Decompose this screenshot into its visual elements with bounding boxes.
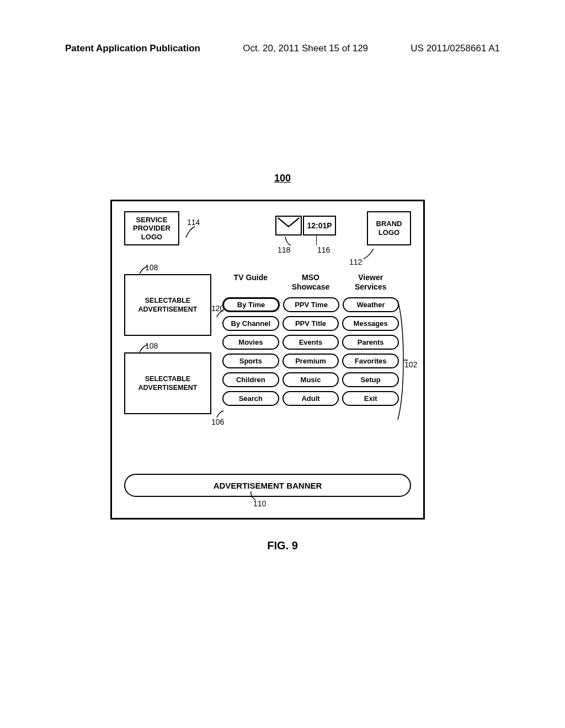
patent-page-header: Patent Application Publication Oct. 20, … — [65, 43, 500, 54]
menu-setup[interactable]: Setup — [342, 372, 399, 387]
lead-114 — [185, 226, 196, 239]
lead-108b — [138, 344, 148, 354]
menu-row: By Channel PPV Title Messages — [222, 316, 399, 331]
ref-102: 102 — [404, 360, 417, 369]
menu-column-headers: TV Guide MSO Showcase Viewer Services — [222, 273, 399, 292]
menu-movies[interactable]: Movies — [222, 335, 279, 350]
menu-row: Children Music Setup — [222, 372, 399, 387]
service-provider-logo-label: SERVICE PROVIDER LOGO — [125, 216, 178, 242]
top-bar: SERVICE PROVIDER LOGO 12:01P BRAND LOGO … — [120, 211, 415, 255]
header-right: US 2011/0258661 A1 — [411, 43, 500, 54]
menu-by-time[interactable]: By Time — [222, 297, 280, 312]
menu-parents[interactable]: Parents — [342, 335, 399, 350]
lead-112 — [363, 248, 375, 260]
menu-search[interactable]: Search — [222, 391, 279, 406]
menu-row: Search Adult Exit — [222, 391, 399, 406]
service-provider-logo: SERVICE PROVIDER LOGO — [124, 211, 179, 245]
advertisement-banner[interactable]: ADVERTISEMENT BANNER — [124, 474, 411, 497]
col-header-mso-showcase: MSO Showcase — [282, 273, 339, 292]
menu-messages[interactable]: Messages — [342, 316, 399, 331]
mail-icon[interactable] — [275, 216, 302, 235]
ref-118: 118 — [278, 245, 290, 254]
ref-112: 112 — [349, 258, 362, 266]
menu-premium[interactable]: Premium — [282, 354, 339, 368]
menu-row: Movies Events Parents — [222, 335, 399, 350]
lead-118 — [283, 235, 292, 247]
lead-108a — [138, 265, 148, 275]
menu-ppv-time[interactable]: PPV Time — [283, 297, 339, 312]
figure-reference-number: 100 — [0, 173, 565, 184]
ad1-label: SELECTABLE ADVERTISEMENT — [125, 296, 210, 314]
menu-exit[interactable]: Exit — [342, 391, 399, 406]
lead-120 — [216, 309, 225, 318]
ads-column: SELECTABLE ADVERTISEMENT SELECTABLE ADVE… — [124, 274, 211, 414]
ad2-label: SELECTABLE ADVERTISEMENT — [125, 374, 210, 393]
lead-116 — [316, 235, 317, 245]
menu-favorites[interactable]: Favorites — [342, 354, 399, 368]
selectable-ad-1[interactable]: SELECTABLE ADVERTISEMENT — [124, 274, 211, 336]
header-mid: Oct. 20, 2011 Sheet 15 of 129 — [243, 43, 368, 54]
clock-value: 12:01P — [307, 221, 332, 230]
tv-guide-screen-frame: SERVICE PROVIDER LOGO 12:01P BRAND LOGO … — [110, 200, 425, 520]
menu-weather[interactable]: Weather — [343, 297, 399, 312]
menu-rows: By Time PPV Time Weather By Channel PPV … — [222, 297, 399, 406]
figure-caption: FIG. 9 — [0, 539, 565, 552]
menu-music[interactable]: Music — [282, 372, 339, 387]
menu-by-channel[interactable]: By Channel — [222, 316, 279, 331]
ad-banner-label: ADVERTISEMENT BANNER — [214, 481, 322, 490]
menu-adult[interactable]: Adult — [282, 391, 339, 406]
ref-116: 116 — [317, 245, 330, 254]
lead-102 — [397, 299, 404, 421]
menu-row: Sports Premium Favorites — [222, 354, 399, 368]
col-header-tv-guide: TV Guide — [222, 273, 279, 292]
col-header-viewer-services: Viewer Services — [342, 273, 399, 292]
selectable-ad-2[interactable]: SELECTABLE ADVERTISEMENT — [124, 352, 211, 414]
menu-row: By Time PPV Time Weather — [222, 297, 399, 312]
menu-ppv-title[interactable]: PPV Title — [282, 316, 339, 331]
ref-106: 106 — [211, 417, 224, 426]
lead-106 — [216, 410, 225, 419]
menu-events[interactable]: Events — [282, 335, 339, 350]
menu-grid: TV Guide MSO Showcase Viewer Services By… — [222, 273, 399, 406]
brand-logo-label: BRAND LOGO — [368, 220, 410, 237]
brand-logo: BRAND LOGO — [367, 211, 411, 245]
menu-children[interactable]: Children — [222, 372, 279, 387]
lead-110 — [249, 490, 258, 501]
header-left: Patent Application Publication — [65, 43, 200, 54]
clock-display: 12:01P — [303, 216, 336, 235]
menu-sports[interactable]: Sports — [222, 354, 279, 368]
